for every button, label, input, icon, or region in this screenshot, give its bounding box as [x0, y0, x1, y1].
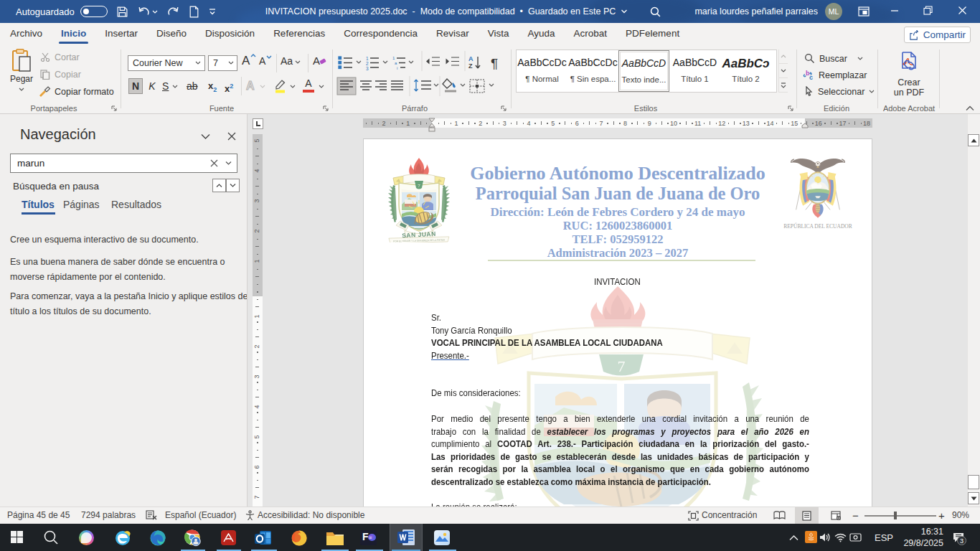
- svg-text:3: 3: [366, 66, 369, 71]
- svg-text:a: a: [395, 61, 397, 65]
- svg-text:A: A: [468, 55, 473, 62]
- svg-text:2: 2: [366, 61, 369, 66]
- svg-text:¶: ¶: [491, 56, 498, 71]
- svg-text:1: 1: [392, 56, 395, 60]
- svg-text:1: 1: [366, 56, 369, 61]
- svg-text:i: i: [397, 66, 397, 70]
- svg-text:Z: Z: [468, 62, 473, 70]
